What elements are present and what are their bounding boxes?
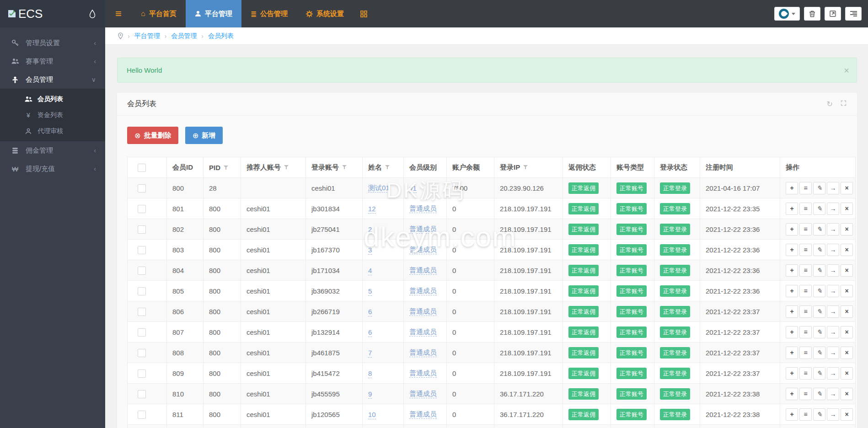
login-status-badge[interactable]: 正常登录 [660, 224, 690, 235]
row-action-edit-button[interactable]: ✎ [813, 264, 825, 277]
sidebar-item-withdraw-recharge[interactable]: ₩ 提现/充值 ‹ [0, 160, 105, 178]
account-status-badge[interactable]: 正常账号 [616, 388, 647, 400]
sidebar-item-admin-settings[interactable]: 管理员设置 ‹ [0, 34, 105, 52]
fullscreen-icon[interactable] [840, 100, 847, 108]
row-action-edit-button[interactable]: ✎ [813, 285, 825, 297]
filter-icon[interactable] [523, 165, 528, 170]
row-action-edit-button[interactable]: ✎ [813, 326, 825, 338]
login-status-badge[interactable]: 正常登录 [660, 347, 690, 358]
row-action-edit-button[interactable]: ✎ [813, 203, 825, 215]
login-status-badge[interactable]: 正常登录 [660, 368, 690, 379]
row-action-transfer-button[interactable]: → [827, 285, 839, 297]
sidebar-item-funds-list[interactable]: ¥ 资金列表 [0, 107, 105, 123]
row-action-plus-button[interactable]: + [786, 326, 798, 338]
row-action-delete-button[interactable]: × [841, 203, 853, 215]
row-action-detail-button[interactable]: ≡ [799, 408, 812, 421]
account-status-badge[interactable]: 正常账号 [616, 203, 647, 214]
member-name-link[interactable]: 6 [368, 328, 372, 337]
rebate-status-badge[interactable]: 正常返佣 [568, 182, 599, 194]
alert-close-icon[interactable]: × [844, 66, 849, 75]
row-action-detail-button[interactable]: ≡ [799, 182, 812, 194]
member-level-link[interactable]: 普通成员 [409, 390, 437, 398]
row-action-edit-button[interactable]: ✎ [813, 347, 825, 359]
member-level-link[interactable]: 普通成员 [409, 328, 437, 337]
member-level-link[interactable]: 普通成员 [409, 225, 437, 234]
layout-menu-button[interactable] [845, 7, 862, 21]
row-action-edit-button[interactable]: ✎ [813, 388, 825, 400]
account-status-badge[interactable]: 正常账号 [616, 182, 647, 194]
row-checkbox[interactable] [138, 411, 146, 419]
login-status-badge[interactable]: 正常登录 [660, 326, 690, 338]
member-name-link[interactable]: 6 [368, 308, 372, 316]
member-name-link[interactable]: 5 [368, 287, 372, 296]
row-action-delete-button[interactable]: × [841, 326, 853, 338]
rebate-status-badge[interactable]: 正常返佣 [568, 244, 599, 256]
member-level-link[interactable]: 普通成员 [409, 246, 437, 254]
row-action-detail-button[interactable]: ≡ [799, 223, 812, 235]
member-name-link[interactable]: 2 [368, 225, 372, 234]
nav-platform-manage[interactable]: 平台管理 [186, 0, 241, 27]
rebate-status-badge[interactable]: 正常返佣 [568, 388, 599, 400]
row-action-plus-button[interactable]: + [786, 203, 798, 215]
select-all-checkbox[interactable] [138, 164, 146, 172]
breadcrumb-member-list[interactable]: 会员列表 [208, 32, 234, 40]
add-button[interactable]: ⊕ 新增 [185, 127, 223, 144]
row-action-edit-button[interactable]: ✎ [813, 305, 825, 318]
rebate-status-badge[interactable]: 正常返佣 [568, 409, 599, 420]
row-action-plus-button[interactable]: + [786, 182, 798, 194]
row-action-detail-button[interactable]: ≡ [799, 244, 812, 256]
rebate-status-badge[interactable]: 正常返佣 [568, 306, 599, 317]
rebate-status-badge[interactable]: 正常返佣 [568, 285, 599, 297]
row-action-detail-button[interactable]: ≡ [799, 388, 812, 400]
row-action-plus-button[interactable]: + [786, 223, 798, 235]
row-action-transfer-button[interactable]: → [827, 367, 839, 380]
account-status-badge[interactable]: 正常账号 [616, 285, 647, 297]
member-level-link[interactable]: v1 [409, 184, 417, 193]
account-status-badge[interactable]: 正常账号 [616, 326, 647, 338]
row-action-plus-button[interactable]: + [786, 347, 798, 359]
login-status-badge[interactable]: 正常登录 [660, 285, 690, 297]
row-action-delete-button[interactable]: × [841, 388, 853, 400]
member-name-link[interactable]: 8 [368, 369, 372, 378]
member-level-link[interactable]: 普通成员 [409, 287, 437, 295]
row-action-transfer-button[interactable]: → [827, 388, 839, 400]
row-checkbox[interactable] [138, 308, 146, 316]
row-action-detail-button[interactable]: ≡ [799, 264, 812, 277]
nav-system-settings[interactable]: 系统设置 [297, 0, 353, 27]
member-level-link[interactable]: 普通成员 [409, 204, 437, 213]
login-status-badge[interactable]: 正常登录 [660, 306, 690, 317]
login-status-badge[interactable]: 正常登录 [660, 182, 690, 194]
nav-platform-home[interactable]: ⌂ 平台首页 [132, 0, 186, 27]
row-action-plus-button[interactable]: + [786, 264, 798, 277]
member-level-link[interactable]: 普通成员 [409, 348, 437, 357]
login-status-badge[interactable]: 正常登录 [660, 388, 690, 400]
rebate-status-badge[interactable]: 正常返佣 [568, 265, 599, 276]
row-action-edit-button[interactable]: ✎ [813, 408, 825, 421]
row-action-transfer-button[interactable]: → [827, 203, 839, 215]
row-action-transfer-button[interactable]: → [827, 408, 839, 421]
row-checkbox[interactable] [138, 205, 146, 213]
row-action-plus-button[interactable]: + [786, 408, 798, 421]
login-status-badge[interactable]: 正常登录 [660, 409, 690, 420]
row-action-transfer-button[interactable]: → [827, 305, 839, 318]
sidebar-item-commission-manage[interactable]: 佣金管理 ‹ [0, 141, 105, 160]
account-status-badge[interactable]: 正常账号 [616, 244, 647, 256]
menu-toggle-icon[interactable]: ≡ [105, 0, 132, 27]
member-level-link[interactable]: 普通成员 [409, 410, 437, 419]
account-status-badge[interactable]: 正常账号 [616, 347, 647, 358]
member-level-link[interactable]: 普通成员 [409, 307, 437, 316]
row-checkbox[interactable] [138, 349, 146, 357]
filter-icon[interactable] [224, 165, 228, 170]
row-action-transfer-button[interactable]: → [827, 182, 839, 194]
row-action-plus-button[interactable]: + [786, 388, 798, 400]
row-action-detail-button[interactable]: ≡ [799, 326, 812, 338]
account-status-badge[interactable]: 正常账号 [616, 409, 647, 420]
row-checkbox[interactable] [138, 390, 146, 398]
row-action-delete-button[interactable]: × [841, 264, 853, 277]
row-checkbox[interactable] [138, 267, 146, 275]
batch-delete-button[interactable]: ⊗ 批量删除 [127, 127, 178, 144]
member-name-link[interactable]: 12 [368, 205, 376, 214]
rebate-status-badge[interactable]: 正常返佣 [568, 203, 599, 214]
row-checkbox[interactable] [138, 184, 146, 193]
row-action-detail-button[interactable]: ≡ [799, 367, 812, 380]
